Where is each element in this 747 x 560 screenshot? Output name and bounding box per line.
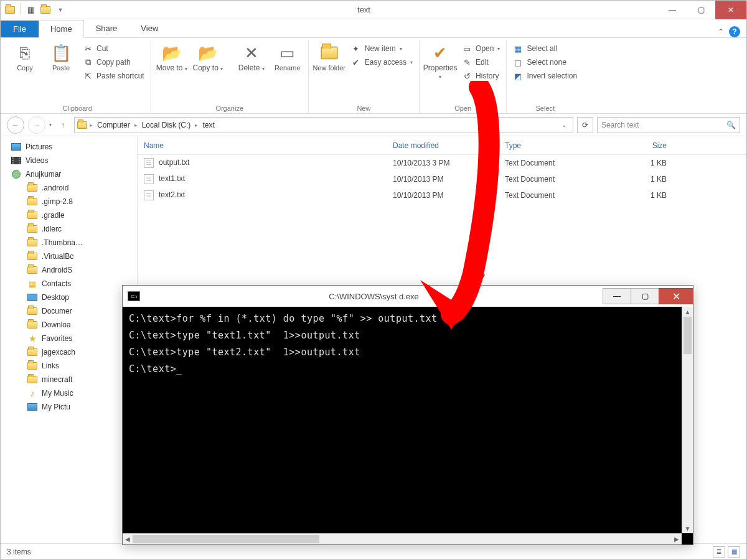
sidebar-item[interactable]: Videos — [1, 154, 137, 167]
copy-to-button[interactable]: 📂Copy to ▾ — [191, 40, 225, 72]
breadcrumb[interactable]: Computer — [95, 121, 132, 129]
sidebar-item[interactable]: .android — [1, 181, 137, 195]
search-placeholder: Search text — [601, 121, 639, 129]
sidebar-item[interactable]: Links — [1, 359, 137, 373]
close-button[interactable]: ✕ — [715, 1, 746, 19]
new-folder-button[interactable]: New folder — [312, 40, 346, 72]
tab-view[interactable]: View — [129, 19, 170, 37]
invert-selection-button[interactable]: ◩Invert selection — [510, 70, 580, 82]
select-none-button[interactable]: ▢Select none — [510, 57, 580, 68]
col-date[interactable]: Date modified — [387, 141, 499, 150]
cut-button[interactable]: ✂Cut — [80, 43, 147, 54]
open-button[interactable]: ▭Open ▾ — [459, 43, 502, 54]
back-button[interactable]: ← — [7, 116, 24, 134]
scroll-right-icon[interactable]: ▶ — [672, 534, 682, 544]
sidebar-item[interactable]: .gradle — [1, 208, 137, 222]
column-headers[interactable]: Name Date modified Type Size — [138, 136, 746, 155]
scroll-down-icon[interactable]: ▼ — [682, 523, 693, 533]
new-folder-icon — [319, 43, 339, 63]
sidebar-item-label: .idlerc — [42, 225, 62, 233]
address-folder-icon — [77, 121, 87, 129]
sidebar-item-label: jagexcach — [42, 348, 75, 357]
sidebar-item[interactable]: .VirtualBc — [1, 250, 137, 263]
history-button[interactable]: ↺History — [459, 70, 502, 82]
minimize-ribbon-icon[interactable]: ⌃ — [718, 27, 724, 36]
forward-button[interactable]: → — [28, 116, 45, 134]
sidebar-item[interactable]: Downloa — [1, 318, 137, 332]
file-row[interactable]: text1.txt10/10/2013 PMText Document1 KB — [138, 171, 746, 187]
cmd-minimize-button[interactable]: — — [603, 288, 631, 304]
up-button[interactable]: ↑ — [55, 118, 70, 133]
cmd-maximize-button[interactable]: ▢ — [631, 288, 659, 304]
breadcrumb[interactable]: Local Disk (C:) — [140, 121, 193, 129]
music-icon: ♪ — [27, 388, 38, 398]
history-dropdown-icon[interactable]: ▾ — [49, 122, 52, 128]
scroll-thumb-horizontal[interactable] — [133, 535, 319, 543]
easy-access-icon: ✔ — [351, 57, 361, 67]
sidebar-item[interactable]: Desktop — [1, 291, 137, 304]
maximize-button[interactable]: ▢ — [687, 1, 715, 19]
view-icons-button[interactable]: ▦ — [728, 546, 740, 558]
sidebar-item[interactable]: My Pictu — [1, 400, 137, 414]
scroll-up-icon[interactable]: ▲ — [682, 307, 693, 317]
copy-path-button[interactable]: ⧉Copy path — [80, 57, 147, 68]
navbar: ← → ▾ ↑ ▸ Computer▸ Local Disk (C:)▸ tex… — [1, 114, 746, 136]
sidebar-item-label: .gradle — [42, 211, 65, 220]
cmd-titlebar[interactable]: C:\ C:\WINDOWS\syst d.exe — ▢ ✕ — [123, 286, 693, 307]
tab-home[interactable]: Home — [39, 20, 84, 38]
sidebar[interactable]: PicturesVideosAnujkumar.android.gimp-2.8… — [1, 136, 138, 543]
sidebar-item[interactable]: AndroidS — [1, 263, 137, 277]
tab-file[interactable]: File — [1, 21, 39, 37]
sidebar-item[interactable]: ♪My Music — [1, 386, 137, 400]
new-item-button[interactable]: ✦New item ▾ — [349, 43, 415, 54]
sidebar-item[interactable]: minecraft — [1, 373, 137, 386]
breadcrumb[interactable]: text — [200, 121, 216, 129]
scroll-thumb-vertical[interactable] — [684, 317, 692, 354]
sidebar-item[interactable]: ▦Contacts — [1, 277, 137, 291]
rename-button[interactable]: ▭Rename — [271, 40, 304, 72]
delete-button[interactable]: ✕Delete ▾ — [235, 40, 268, 72]
cmd-window[interactable]: C:\ C:\WINDOWS\syst d.exe — ▢ ✕ C:\text>… — [122, 285, 693, 545]
sidebar-item[interactable]: Pictures — [1, 140, 137, 154]
cmd-scrollbar-vertical[interactable]: ▲ ▼ — [682, 307, 693, 533]
cmd-scrollbar-horizontal[interactable]: ◀ ▶ — [123, 533, 682, 544]
file-row[interactable]: text2.txt10/10/2013 PMText Document1 KB — [138, 187, 746, 203]
easy-access-button[interactable]: ✔Easy access ▾ — [349, 57, 415, 68]
scroll-left-icon[interactable]: ◀ — [123, 534, 133, 544]
address-bar[interactable]: ▸ Computer▸ Local Disk (C:)▸ text ⌄ — [74, 117, 573, 133]
sidebar-item[interactable]: Documer — [1, 304, 137, 318]
cmd-close-button[interactable]: ✕ — [659, 288, 693, 304]
properties-button[interactable]: ✔Properties ▾ — [423, 40, 457, 80]
sidebar-item[interactable]: .idlerc — [1, 222, 137, 236]
sidebar-item[interactable]: ★Favorites — [1, 332, 137, 345]
minimize-button[interactable]: — — [658, 1, 687, 19]
paste-button[interactable]: 📋 Paste — [44, 40, 78, 72]
move-to-button[interactable]: 📂Move to ▾ — [155, 40, 189, 72]
sidebar-item[interactable]: jagexcach — [1, 345, 137, 359]
search-input[interactable]: Search text 🔍 — [597, 117, 740, 133]
select-all-button[interactable]: ▦Select all — [510, 43, 580, 54]
view-details-button[interactable]: ≣ — [713, 546, 725, 558]
user-icon — [11, 169, 22, 179]
address-dropdown-icon[interactable]: ⌄ — [558, 121, 570, 128]
col-size[interactable]: Size — [598, 141, 673, 150]
qat-properties-icon[interactable]: ▥ — [24, 3, 37, 17]
help-icon[interactable]: ? — [729, 26, 740, 37]
sidebar-item-label: .Thumbna… — [42, 238, 83, 247]
col-type[interactable]: Type — [499, 141, 598, 150]
sidebar-item[interactable]: .gimp-2.8 — [1, 195, 137, 208]
cmd-terminal[interactable]: C:\text>for %f in (*.txt) do type "%f" >… — [123, 307, 693, 544]
qat-dropdown-icon[interactable]: ▼ — [54, 3, 67, 17]
sidebar-item[interactable]: .Thumbna… — [1, 236, 137, 250]
qat-newfolder-icon[interactable] — [39, 3, 52, 17]
tab-share[interactable]: Share — [84, 19, 129, 37]
col-name[interactable]: Name — [138, 141, 387, 150]
sidebar-item[interactable]: Anujkumar — [1, 167, 137, 181]
file-icon — [144, 174, 154, 184]
refresh-button[interactable]: ⟳ — [577, 117, 593, 133]
file-row[interactable]: output.txt10/10/2013 3 PMText Document1 … — [138, 155, 746, 171]
sidebar-item-label: .gimp-2.8 — [42, 197, 73, 206]
copy-button[interactable]: ⎘ Copy — [8, 40, 42, 72]
edit-button[interactable]: ✎Edit — [459, 57, 502, 68]
paste-shortcut-button[interactable]: ⇱Paste shortcut — [80, 70, 147, 82]
